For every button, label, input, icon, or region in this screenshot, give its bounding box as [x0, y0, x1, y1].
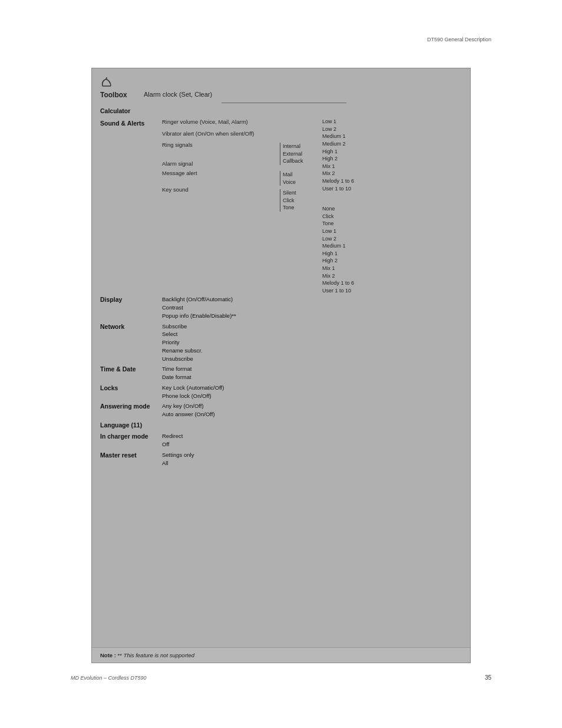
options-locks: Key Lock (Automatic/Off) Phone lock (On/… [162, 384, 280, 400]
val-high2: High 2 [322, 155, 390, 163]
category-charger-mode: In charger mode [100, 432, 162, 441]
val-melodyb: Melody 1 to 6 [322, 279, 390, 287]
row-answering-mode: Answering mode Any key (On/Off) Auto ans… [100, 402, 465, 419]
val-low1b: Low 1 [322, 228, 390, 235]
row-charger-mode: In charger mode Redirect Off [100, 432, 465, 449]
spacer-sub1 [280, 165, 322, 171]
row-network: Network Subscribe Select Priority Rename… [100, 322, 465, 363]
options-sound-alerts: Ringer volume (Voice, Mail, Alarm) Vibra… [162, 118, 280, 194]
opt-settings-only: Settings only [162, 451, 280, 459]
category-language: Language (11) [100, 421, 162, 430]
val-medium2: Medium 2 [322, 140, 390, 148]
sub-ring-signals: Internal External Callback Mail Voice Si… [280, 118, 322, 212]
row-language: Language (11) [100, 421, 465, 430]
val-userb: User 1 to 10 [322, 287, 390, 295]
options-display: Backlight (On/Off/Automatic) Contrast Po… [162, 295, 280, 319]
spacer3 [162, 149, 280, 160]
opt-key-lock: Key Lock (Automatic/Off) [162, 384, 280, 392]
sub-callback: Callback [283, 157, 322, 165]
opt-select: Select [162, 330, 280, 338]
note-text: Note : ** This feature is not supported [100, 652, 194, 658]
opt-date-format: Date format [162, 373, 280, 381]
row-master-reset: Master reset Settings only All [100, 451, 465, 467]
options-network: Subscribe Select Priority Rename subscr.… [162, 322, 280, 363]
val-medium1b: Medium 1 [322, 242, 390, 250]
sub-external: External [283, 150, 322, 158]
val-mix2b: Mix 2 [322, 272, 390, 280]
row-display: Display Backlight (On/Off/Automatic) Con… [100, 295, 465, 319]
row-time-date: Time & Date Time format Date format [100, 365, 465, 381]
sub-message-group: Mail Voice [280, 171, 322, 186]
options-time-date: Time format Date format [162, 365, 280, 381]
header-title: DT590 General Description [427, 37, 491, 42]
opt-rename: Rename subscr. [162, 347, 280, 355]
val-low2: Low 2 [322, 126, 390, 133]
sub-internal-group: Internal External Callback [280, 143, 322, 165]
toolbox-icon [100, 77, 113, 93]
val-medium1: Medium 1 [322, 133, 390, 140]
sub-tone: Tone [283, 204, 322, 212]
menu-layout: Calculator Sound & Alerts Ringer volume … [100, 107, 465, 639]
row-locks: Locks Key Lock (Automatic/Off) Phone loc… [100, 384, 465, 400]
note-area: Note : ** This feature is not supported [92, 647, 470, 663]
opt-redirect: Redirect [162, 432, 280, 440]
footer-left: MD Evolution – Cordless DT590 [71, 675, 147, 681]
val-mix1b: Mix 1 [322, 265, 390, 272]
val-tone: Tone [322, 220, 390, 228]
options-master-reset: Settings only All [162, 451, 280, 467]
val-low2b: Low 2 [322, 235, 390, 243]
opt-backlight: Backlight (On/Off/Automatic) [162, 295, 280, 304]
opt-vibrator: Vibrator alert (On/On when silent/Off) [162, 130, 280, 138]
val-mix2: Mix 2 [322, 170, 390, 177]
opt-subscribe: Subscribe [162, 322, 280, 331]
values-sound-alerts: Low 1 Low 2 Medium 1 Medium 2 High 1 Hig… [322, 118, 390, 294]
val-melody: Melody 1 to 6 [322, 177, 390, 185]
val-click: Click [322, 213, 390, 220]
toolbox-label: Toolbox [100, 91, 127, 99]
opt-off: Off [162, 440, 280, 449]
opt-contrast: Contrast [162, 304, 280, 312]
main-content-box: Toolbox Alarm clock (Set, Clear) Calcula… [91, 68, 471, 663]
opt-key-sound: Key sound [162, 186, 280, 194]
row-sound-alerts: Sound & Alerts Ringer volume (Voice, Mai… [100, 118, 465, 294]
opt-popup: Popup info (Enable/Disable)** [162, 312, 280, 320]
opt-ringer-volume: Ringer volume (Voice, Mail, Alarm) [162, 118, 280, 126]
val-high1: High 1 [322, 148, 390, 156]
val-high1b: High 1 [322, 250, 390, 258]
sub-internal: Internal [283, 143, 322, 150]
category-locks: Locks [100, 384, 162, 393]
sub-click: Click [283, 197, 322, 205]
opt-all: All [162, 459, 280, 467]
opt-auto-answer: Auto answer (On/Off) [162, 410, 280, 419]
opt-message-alert: Message alert [162, 169, 280, 177]
opt-alarm-signal: Alarm signal [162, 160, 280, 168]
sub-voice: Voice [283, 179, 322, 186]
opt-ring-signals: Ring signals [162, 141, 280, 149]
category-sound-alerts: Sound & Alerts [100, 118, 162, 128]
category-time-date: Time & Date [100, 365, 162, 374]
opt-phone-lock: Phone lock (On/Off) [162, 392, 280, 400]
val-none: None [322, 205, 390, 213]
row-calculator: Calculator [100, 107, 465, 116]
opt-time-format: Time format [162, 365, 280, 373]
opt-unsubscribe: Unsubscribe [162, 355, 280, 363]
category-network: Network [100, 322, 162, 331]
sub-key-sound-group: Silent Click Tone [280, 189, 322, 212]
opt-priority: Priority [162, 338, 280, 347]
category-master-reset: Master reset [100, 451, 162, 460]
category-calculator: Calculator [100, 107, 162, 116]
val-user: User 1 to 10 [322, 185, 390, 193]
alarm-clock-text: Alarm clock (Set, Clear) [144, 91, 212, 98]
header-divider [222, 103, 346, 103]
footer-right: 35 [485, 674, 491, 681]
category-display: Display [100, 295, 162, 304]
val-mix1: Mix 1 [322, 163, 390, 170]
val-low1: Low 1 [322, 118, 390, 126]
spacer-val1 [322, 192, 390, 205]
category-answering-mode: Answering mode [100, 402, 162, 411]
page-header: DT590 General Description [427, 37, 491, 42]
sub-mail: Mail [283, 171, 322, 179]
spacer5 [162, 177, 280, 186]
options-charger-mode: Redirect Off [162, 432, 280, 449]
val-high2b: High 2 [322, 257, 390, 265]
